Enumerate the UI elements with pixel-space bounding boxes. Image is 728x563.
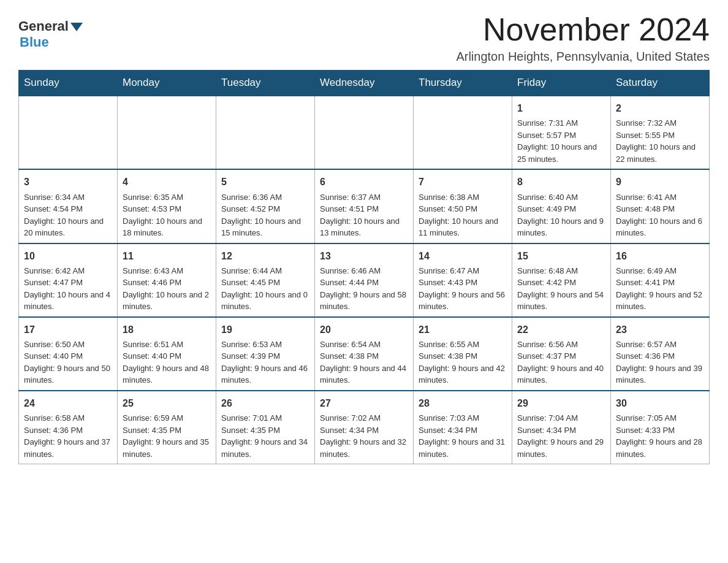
day-number: 25 [123,396,211,410]
day-info: Sunrise: 6:41 AM Sunset: 4:48 PM Dayligh… [616,191,704,239]
day-number: 14 [419,249,507,263]
calendar-day-header: Friday [512,71,611,96]
day-info: Sunrise: 6:42 AM Sunset: 4:47 PM Dayligh… [24,265,112,313]
day-number: 24 [24,396,112,410]
day-info: Sunrise: 6:34 AM Sunset: 4:54 PM Dayligh… [24,191,112,239]
calendar-cell: 7Sunrise: 6:38 AM Sunset: 4:50 PM Daylig… [414,169,512,243]
calendar-cell: 21Sunrise: 6:55 AM Sunset: 4:38 PM Dayli… [414,317,512,391]
calendar-week-row: 1Sunrise: 7:31 AM Sunset: 5:57 PM Daylig… [19,96,710,169]
day-number: 4 [123,175,211,189]
calendar-cell: 1Sunrise: 7:31 AM Sunset: 5:57 PM Daylig… [512,96,611,169]
day-number: 26 [221,396,309,410]
calendar-cell: 18Sunrise: 6:51 AM Sunset: 4:40 PM Dayli… [118,317,216,391]
calendar-cell: 26Sunrise: 7:01 AM Sunset: 4:35 PM Dayli… [216,391,315,464]
logo-blue-text: Blue [20,34,49,50]
calendar-cell [19,96,118,169]
calendar-cell: 20Sunrise: 6:54 AM Sunset: 4:38 PM Dayli… [315,317,414,391]
calendar-cell: 14Sunrise: 6:47 AM Sunset: 4:43 PM Dayli… [414,243,512,317]
day-number: 17 [24,323,112,337]
day-number: 5 [221,175,309,189]
day-info: Sunrise: 6:40 AM Sunset: 4:49 PM Dayligh… [517,191,605,239]
calendar-cell: 22Sunrise: 6:56 AM Sunset: 4:37 PM Dayli… [512,317,611,391]
calendar-cell: 6Sunrise: 6:37 AM Sunset: 4:51 PM Daylig… [315,169,414,243]
logo-arrow-icon [70,23,83,31]
day-number: 29 [517,396,605,410]
day-info: Sunrise: 7:04 AM Sunset: 4:34 PM Dayligh… [517,412,605,460]
calendar-cell: 27Sunrise: 7:02 AM Sunset: 4:34 PM Dayli… [315,391,414,464]
day-number: 19 [221,323,309,337]
calendar-day-header: Wednesday [315,71,414,96]
calendar-day-header: Tuesday [216,71,315,96]
calendar-cell [118,96,216,169]
day-number: 15 [517,249,605,263]
calendar-day-header: Saturday [611,71,710,96]
day-info: Sunrise: 7:02 AM Sunset: 4:34 PM Dayligh… [320,412,408,460]
day-info: Sunrise: 6:46 AM Sunset: 4:44 PM Dayligh… [320,265,408,313]
calendar-cell: 25Sunrise: 6:59 AM Sunset: 4:35 PM Dayli… [118,391,216,464]
day-number: 13 [320,249,408,263]
calendar-cell: 9Sunrise: 6:41 AM Sunset: 4:48 PM Daylig… [611,169,710,243]
day-number: 28 [419,396,507,410]
month-title: November 2024 [456,12,710,47]
day-number: 10 [24,249,112,263]
day-info: Sunrise: 6:57 AM Sunset: 4:36 PM Dayligh… [616,339,704,386]
calendar-cell: 29Sunrise: 7:04 AM Sunset: 4:34 PM Dayli… [512,391,611,464]
day-number: 18 [123,323,211,337]
calendar-day-header: Sunday [19,71,118,96]
calendar-cell: 19Sunrise: 6:53 AM Sunset: 4:39 PM Dayli… [216,317,315,391]
calendar-cell: 10Sunrise: 6:42 AM Sunset: 4:47 PM Dayli… [19,243,118,317]
title-area: November 2024 Arlington Heights, Pennsyl… [456,12,710,64]
day-info: Sunrise: 6:44 AM Sunset: 4:45 PM Dayligh… [221,265,309,313]
day-number: 12 [221,249,309,263]
day-info: Sunrise: 7:32 AM Sunset: 5:55 PM Dayligh… [616,117,704,165]
day-number: 8 [517,175,605,189]
day-number: 1 [517,101,605,115]
day-info: Sunrise: 6:37 AM Sunset: 4:51 PM Dayligh… [320,191,408,239]
day-info: Sunrise: 6:54 AM Sunset: 4:38 PM Dayligh… [320,339,408,386]
logo: General Blue [18,12,83,50]
day-info: Sunrise: 6:48 AM Sunset: 4:42 PM Dayligh… [517,265,605,313]
day-number: 30 [616,396,704,410]
calendar-cell: 30Sunrise: 7:05 AM Sunset: 4:33 PM Dayli… [611,391,710,464]
calendar-cell: 3Sunrise: 6:34 AM Sunset: 4:54 PM Daylig… [19,169,118,243]
calendar-cell: 13Sunrise: 6:46 AM Sunset: 4:44 PM Dayli… [315,243,414,317]
header: General Blue November 2024 Arlington Hei… [18,12,710,64]
day-info: Sunrise: 7:01 AM Sunset: 4:35 PM Dayligh… [221,412,309,460]
calendar-cell: 15Sunrise: 6:48 AM Sunset: 4:42 PM Dayli… [512,243,611,317]
day-number: 21 [419,323,507,337]
calendar-day-header: Thursday [414,71,512,96]
day-number: 16 [616,249,704,263]
calendar-week-row: 17Sunrise: 6:50 AM Sunset: 4:40 PM Dayli… [19,317,710,391]
day-info: Sunrise: 6:50 AM Sunset: 4:40 PM Dayligh… [24,339,112,386]
calendar-cell: 2Sunrise: 7:32 AM Sunset: 5:55 PM Daylig… [611,96,710,169]
calendar-cell [216,96,315,169]
day-info: Sunrise: 6:53 AM Sunset: 4:39 PM Dayligh… [221,339,309,386]
calendar-week-row: 24Sunrise: 6:58 AM Sunset: 4:36 PM Dayli… [19,391,710,464]
day-info: Sunrise: 6:38 AM Sunset: 4:50 PM Dayligh… [419,191,507,239]
calendar-cell: 17Sunrise: 6:50 AM Sunset: 4:40 PM Dayli… [19,317,118,391]
calendar-cell: 4Sunrise: 6:35 AM Sunset: 4:53 PM Daylig… [118,169,216,243]
calendar-table: SundayMondayTuesdayWednesdayThursdayFrid… [18,70,710,464]
calendar-cell [315,96,414,169]
day-number: 3 [24,175,112,189]
day-info: Sunrise: 6:49 AM Sunset: 4:41 PM Dayligh… [616,265,704,313]
day-number: 6 [320,175,408,189]
day-info: Sunrise: 7:31 AM Sunset: 5:57 PM Dayligh… [517,117,605,165]
calendar-cell [414,96,512,169]
calendar-cell: 12Sunrise: 6:44 AM Sunset: 4:45 PM Dayli… [216,243,315,317]
calendar-cell: 28Sunrise: 7:03 AM Sunset: 4:34 PM Dayli… [414,391,512,464]
day-info: Sunrise: 6:36 AM Sunset: 4:52 PM Dayligh… [221,191,309,239]
day-info: Sunrise: 7:03 AM Sunset: 4:34 PM Dayligh… [419,412,507,460]
day-number: 9 [616,175,704,189]
day-info: Sunrise: 6:51 AM Sunset: 4:40 PM Dayligh… [123,339,211,386]
day-number: 20 [320,323,408,337]
calendar-cell: 5Sunrise: 6:36 AM Sunset: 4:52 PM Daylig… [216,169,315,243]
day-info: Sunrise: 6:59 AM Sunset: 4:35 PM Dayligh… [123,412,211,460]
calendar-week-row: 10Sunrise: 6:42 AM Sunset: 4:47 PM Dayli… [19,243,710,317]
day-number: 27 [320,396,408,410]
day-info: Sunrise: 6:35 AM Sunset: 4:53 PM Dayligh… [123,191,211,239]
day-info: Sunrise: 6:58 AM Sunset: 4:36 PM Dayligh… [24,412,112,460]
calendar-week-row: 3Sunrise: 6:34 AM Sunset: 4:54 PM Daylig… [19,169,710,243]
day-number: 2 [616,101,704,115]
day-info: Sunrise: 6:56 AM Sunset: 4:37 PM Dayligh… [517,339,605,386]
